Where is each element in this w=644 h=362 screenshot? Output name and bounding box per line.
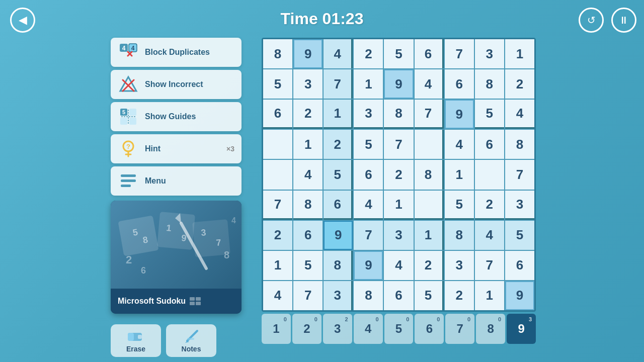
sudoku-cell[interactable]: 7 [415,100,444,129]
sudoku-cell[interactable]: 3 [445,251,474,280]
undo-button[interactable]: ↺ [579,8,604,33]
num-btn-2[interactable]: 20 [292,314,321,344]
sudoku-cell[interactable]: 2 [354,39,383,68]
menu-button[interactable]: Menu [111,166,242,196]
sudoku-cell[interactable]: 7 [445,39,474,68]
sudoku-cell[interactable]: 7 [293,281,323,310]
sudoku-cell[interactable]: 5 [293,251,323,280]
sudoku-cell[interactable]: 7 [324,69,353,99]
num-btn-1[interactable]: 10 [262,314,291,344]
num-btn-3[interactable]: 32 [323,314,352,344]
block-duplicates-button[interactable]: 4 4 Block Duplicates [111,38,242,67]
sudoku-cell[interactable]: 2 [293,100,323,129]
num-btn-6[interactable]: 60 [415,314,444,344]
sudoku-cell[interactable]: 3 [354,100,383,129]
num-btn-4[interactable]: 40 [354,314,383,344]
sudoku-cell[interactable]: 1 [263,251,292,280]
sudoku-cell[interactable]: 1 [324,100,353,129]
pause-button[interactable]: ⏸ [611,8,636,33]
sudoku-cell[interactable]: 9 [505,281,534,310]
sudoku-cell[interactable]: 4 [505,100,534,129]
sudoku-cell[interactable]: 5 [263,69,292,99]
sudoku-cell[interactable]: 6 [475,130,504,159]
sudoku-cell[interactable]: 2 [415,251,444,280]
num-btn-5[interactable]: 50 [384,314,414,344]
sudoku-cell[interactable]: 4 [263,281,292,310]
sudoku-cell[interactable]: 4 [354,191,383,220]
sudoku-cell[interactable]: 2 [384,160,413,189]
sudoku-cell[interactable]: 5 [415,281,444,310]
sudoku-cell[interactable]: 3 [475,39,504,68]
hint-button[interactable]: ? Hint ×3 [111,134,242,163]
sudoku-cell[interactable]: 5 [324,160,353,189]
erase-button[interactable]: Erase [111,324,161,357]
sudoku-cell[interactable]: 6 [263,100,292,129]
sudoku-cell[interactable]: 4 [324,39,353,68]
sudoku-cell[interactable]: 2 [445,281,474,310]
num-btn-9[interactable]: 93 [507,314,536,344]
sudoku-cell[interactable] [475,160,504,189]
sudoku-cell[interactable]: 8 [384,100,413,129]
num-btn-8[interactable]: 80 [476,314,505,344]
sudoku-cell[interactable]: 7 [505,160,534,189]
sudoku-cell[interactable]: 2 [324,130,353,159]
sudoku-cell[interactable]: 1 [415,221,444,250]
sudoku-cell[interactable]: 5 [475,100,504,129]
sudoku-cell[interactable]: 9 [384,69,413,99]
sudoku-cell[interactable]: 3 [505,191,534,220]
sudoku-cell[interactable]: 6 [293,221,323,250]
sudoku-cell[interactable]: 8 [324,251,353,280]
sudoku-cell[interactable]: 1 [354,69,383,99]
sudoku-cell[interactable]: 8 [354,281,383,310]
sudoku-cell[interactable]: 6 [384,281,413,310]
sudoku-cell[interactable]: 1 [293,130,323,159]
sudoku-cell[interactable]: 6 [415,39,444,68]
sudoku-cell[interactable]: 1 [475,281,504,310]
notes-button[interactable]: Notes [166,324,216,357]
sudoku-cell[interactable]: 3 [384,221,413,250]
sudoku-cell[interactable]: 8 [475,69,504,99]
sudoku-cell[interactable] [263,160,292,189]
sudoku-cell[interactable]: 9 [324,221,353,250]
sudoku-cell[interactable]: 6 [445,69,474,99]
sudoku-cell[interactable] [415,130,444,159]
sudoku-cell[interactable]: 2 [263,221,292,250]
sudoku-cell[interactable]: 7 [263,191,292,220]
sudoku-cell[interactable]: 8 [505,130,534,159]
sudoku-cell[interactable]: 3 [293,69,323,99]
show-guides-button[interactable]: 5 Show Guides [111,102,242,131]
num-btn-7[interactable]: 70 [445,314,474,344]
sudoku-cell[interactable]: 3 [324,281,353,310]
sudoku-cell[interactable]: 6 [505,251,534,280]
sudoku-cell[interactable]: 9 [293,39,323,68]
sudoku-cell[interactable]: 9 [354,251,383,280]
sudoku-cell[interactable]: 5 [354,130,383,159]
sudoku-cell[interactable]: 6 [354,160,383,189]
sudoku-cell[interactable]: 2 [505,69,534,99]
back-button[interactable]: ◀ [10,8,35,33]
show-incorrect-button[interactable]: Show Incorrect [111,70,242,99]
sudoku-cell[interactable]: 8 [415,160,444,189]
sudoku-cell[interactable]: 8 [263,39,292,68]
sudoku-cell[interactable]: 2 [475,191,504,220]
sudoku-cell[interactable]: 7 [475,251,504,280]
sudoku-cell[interactable]: 4 [384,251,413,280]
sudoku-cell[interactable]: 4 [475,221,504,250]
sudoku-cell[interactable]: 5 [384,39,413,68]
sudoku-cell[interactable]: 7 [354,221,383,250]
sudoku-cell[interactable]: 8 [445,221,474,250]
sudoku-cell[interactable] [415,191,444,220]
sudoku-cell[interactable] [263,130,292,159]
sudoku-cell[interactable]: 4 [293,160,323,189]
sudoku-cell[interactable]: 6 [324,191,353,220]
sudoku-cell[interactable]: 8 [293,191,323,220]
sudoku-cell[interactable]: 7 [384,130,413,159]
sudoku-cell[interactable]: 4 [415,69,444,99]
sudoku-cell[interactable]: 1 [505,39,534,68]
sudoku-cell[interactable]: 5 [505,221,534,250]
sudoku-cell[interactable]: 5 [445,191,474,220]
sudoku-cell[interactable]: 9 [445,100,474,129]
sudoku-cell[interactable]: 1 [384,191,413,220]
sudoku-cell[interactable]: 1 [445,160,474,189]
sudoku-cell[interactable]: 4 [445,130,474,159]
